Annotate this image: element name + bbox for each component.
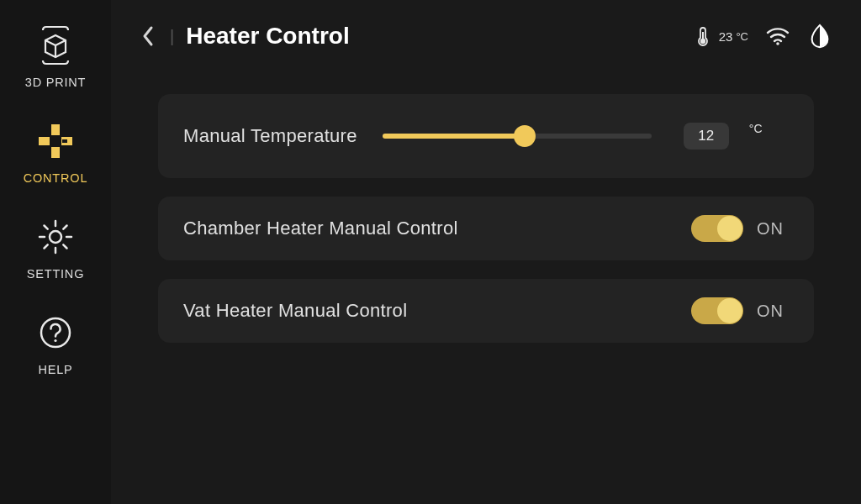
help-icon [34, 311, 77, 354]
chamber-heater-label: Chamber Heater Manual Control [183, 218, 458, 239]
svg-rect-0 [51, 124, 60, 135]
ambient-temperature: 23 °C [690, 24, 748, 49]
sidebar-item-label: SETTING [27, 267, 84, 281]
temperature-value: 23 [719, 29, 733, 44]
brand-flame-icon[interactable] [807, 24, 832, 49]
svg-point-10 [776, 42, 779, 45]
svg-rect-1 [51, 147, 60, 158]
chamber-heater-state: ON [757, 219, 789, 239]
svg-rect-2 [39, 137, 50, 145]
manual-temperature-input[interactable]: 12 [684, 123, 729, 150]
temperature-unit: °C [736, 30, 748, 43]
vat-heater-toggle[interactable] [691, 297, 743, 324]
slider-thumb[interactable] [514, 125, 536, 147]
chamber-heater-toggle[interactable] [691, 215, 743, 242]
temperature-unit-label: °C [749, 122, 763, 135]
sidebar: 3D PRINT CONTROL SETTING [0, 0, 111, 504]
title-separator: | [170, 27, 174, 46]
vat-heater-card: Vat Heater Manual Control ON [158, 279, 814, 343]
gear-icon [34, 215, 77, 259]
page-title: Heater Control [186, 23, 349, 50]
thermometer-icon [690, 24, 716, 49]
wifi-icon[interactable] [765, 24, 790, 49]
svg-point-5 [50, 231, 61, 243]
sidebar-item-control[interactable]: CONTROL [24, 119, 88, 185]
sidebar-item-label: HELP [38, 363, 72, 376]
status-bar: 23 °C [690, 24, 832, 49]
sidebar-item-help[interactable]: HELP [34, 311, 77, 376]
sidebar-item-3d-print[interactable]: 3D PRINT [25, 24, 86, 89]
svg-point-6 [41, 318, 70, 347]
vat-heater-label: Vat Heater Manual Control [183, 300, 407, 322]
vat-heater-state: ON [757, 302, 789, 321]
topbar: | Heater Control 23 °C [111, 0, 861, 72]
content: Manual Temperature 12 °C Chamber Heater … [111, 72, 861, 504]
sidebar-item-setting[interactable]: SETTING [27, 215, 84, 281]
main: | Heater Control 23 °C [111, 0, 861, 504]
dpad-icon [34, 119, 77, 163]
manual-temperature-card: Manual Temperature 12 °C [158, 94, 814, 178]
manual-temperature-slider[interactable] [383, 126, 652, 146]
sidebar-item-label: 3D PRINT [25, 76, 86, 89]
chamber-heater-card: Chamber Heater Manual Control ON [158, 197, 814, 260]
manual-temperature-label: Manual Temperature [183, 125, 357, 147]
sidebar-item-label: CONTROL [24, 171, 88, 185]
cube-print-icon [34, 24, 77, 67]
svg-point-7 [54, 339, 56, 342]
svg-rect-4 [62, 139, 67, 143]
back-button[interactable] [131, 19, 165, 53]
